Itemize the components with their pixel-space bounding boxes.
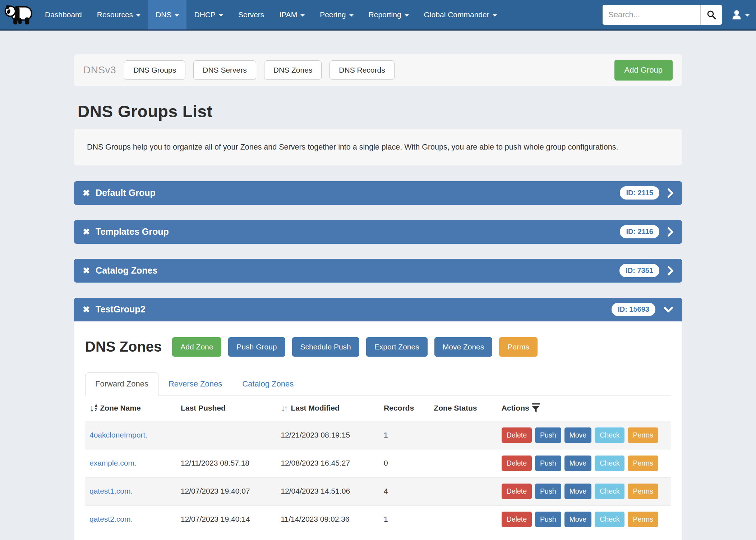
last-modified-cell: 12/21/2023 08:19:15 xyxy=(276,421,379,449)
zone-tab[interactable]: Reverse Zones xyxy=(158,372,232,395)
remove-group-icon[interactable]: ✖ xyxy=(83,189,90,197)
row-action-button[interactable]: Perms xyxy=(628,427,658,443)
search-button[interactable] xyxy=(700,5,722,25)
nav-item[interactable]: Servers xyxy=(231,0,272,29)
zone-status-cell xyxy=(429,421,497,449)
chevron-right-icon[interactable] xyxy=(667,188,673,198)
nav-item[interactable]: IPAM xyxy=(272,0,312,29)
zone-tab[interactable]: Forward Zones xyxy=(85,372,158,395)
col-last-modified[interactable]: ↓↑ Last Modified xyxy=(276,395,379,421)
sort-alpha-icon[interactable]: ↓ AZ xyxy=(89,404,97,413)
group-panel: DNS Zones Add Zone Push Group Schedule P… xyxy=(74,321,682,540)
row-action-button[interactable]: Check xyxy=(595,512,624,527)
row-action-button[interactable]: Delete xyxy=(502,456,532,471)
remove-group-icon[interactable]: ✖ xyxy=(83,228,90,236)
group-id-badge: ID: 7351 xyxy=(619,264,659,277)
zones-table: ↓ AZ Zone Name Last Pushed ↓↑ xyxy=(85,395,671,533)
row-action-button[interactable]: Move xyxy=(564,484,592,499)
col-records[interactable]: Records xyxy=(379,395,429,421)
toolbar-nav-button[interactable]: DNS Records xyxy=(329,60,394,80)
nav-item-label: Reporting xyxy=(369,10,401,19)
chevron-right-icon[interactable] xyxy=(667,266,673,276)
group-bar[interactable]: ✖ Default Group ID: 2115 xyxy=(74,181,682,205)
caret-down-icon xyxy=(493,14,497,17)
col-zone-name[interactable]: ↓ AZ Zone Name xyxy=(85,395,176,421)
toolbar-nav-button[interactable]: DNS Servers xyxy=(193,60,256,80)
records-cell: 4 xyxy=(379,477,429,505)
row-action-button[interactable]: Move xyxy=(564,456,592,471)
row-action-button[interactable]: Perms xyxy=(628,484,658,499)
toolbar-nav-button[interactable]: DNS Zones xyxy=(264,60,322,80)
nav-item-label: IPAM xyxy=(279,10,297,19)
row-actions: Delete Push Move Check Perms xyxy=(502,456,667,471)
nav-item[interactable]: Reporting xyxy=(361,0,416,29)
nav-item-label: Dashboard xyxy=(45,10,82,19)
last-modified-cell: 12/08/2023 16:45:27 xyxy=(276,449,379,477)
records-cell: 1 xyxy=(379,421,429,449)
zone-name-link[interactable]: qatest1.com. xyxy=(89,487,133,495)
col-last-pushed[interactable]: Last Pushed xyxy=(176,395,276,421)
nav-item[interactable]: DNS xyxy=(148,0,186,29)
user-menu[interactable] xyxy=(731,9,750,20)
caret-down-icon xyxy=(405,14,409,17)
nav-item[interactable]: Peering xyxy=(312,0,361,29)
panel-action-button[interactable]: Schedule Push xyxy=(292,337,359,357)
remove-group-icon[interactable]: ✖ xyxy=(83,266,90,275)
add-group-button[interactable]: Add Group xyxy=(614,60,673,81)
panel-action-button[interactable]: Push Group xyxy=(228,337,285,357)
zones-table-body: 4oakcloneImport. 12/21/2023 08:19:15 1 D… xyxy=(85,421,671,533)
remove-group-icon[interactable]: ✖ xyxy=(83,305,90,314)
chevron-right-icon[interactable] xyxy=(667,227,673,237)
row-action-button[interactable]: Move xyxy=(564,512,592,527)
nav-item[interactable]: Dashboard xyxy=(37,0,89,29)
col-zone-status[interactable]: Zone Status xyxy=(429,395,497,421)
group-bar[interactable]: ✖ Templates Group ID: 2116 xyxy=(74,220,682,244)
panel-action-button[interactable]: Export Zones xyxy=(366,337,428,357)
sort-updown-icon[interactable]: ↓↑ xyxy=(281,403,287,413)
top-navbar: Dashboard Resources DNS DHCP Servers xyxy=(0,0,756,31)
page-description: DNS Groups help you to organize all of y… xyxy=(74,129,682,165)
last-pushed-cell: 12/07/2023 19:40:14 xyxy=(176,505,276,533)
last-pushed-cell: 12/07/2023 19:40:07 xyxy=(176,477,276,505)
row-action-button[interactable]: Check xyxy=(595,427,624,443)
panda-logo[interactable] xyxy=(0,0,37,29)
row-action-button[interactable]: Delete xyxy=(502,512,532,527)
group-bar[interactable]: ✖ TestGroup2 ID: 15693 xyxy=(74,298,682,321)
row-action-button[interactable]: Delete xyxy=(502,484,532,499)
group-name: Catalog Zones xyxy=(96,265,157,276)
main-nav: Dashboard Resources DNS DHCP Servers xyxy=(37,0,504,29)
filter-icon[interactable] xyxy=(532,403,540,413)
nav-item-label: DNS xyxy=(156,10,171,19)
zone-name-link[interactable]: qatest2.com. xyxy=(89,515,133,523)
zone-name-link[interactable]: 4oakcloneImport. xyxy=(89,431,147,439)
row-action-button[interactable]: Delete xyxy=(502,427,532,443)
search-input[interactable] xyxy=(603,5,700,25)
row-action-button[interactable]: Perms xyxy=(628,512,658,527)
caret-down-icon xyxy=(349,14,354,17)
row-action-button[interactable]: Check xyxy=(595,456,624,471)
zone-tab[interactable]: Catalog Zones xyxy=(232,372,304,395)
dnsv3-brand: DNSv3 xyxy=(83,64,116,76)
caret-down-icon xyxy=(136,14,140,17)
nav-item[interactable]: Resources xyxy=(89,0,148,29)
row-action-button[interactable]: Move xyxy=(564,427,592,443)
row-action-button[interactable]: Check xyxy=(595,484,624,499)
chevron-down-icon[interactable] xyxy=(663,306,673,312)
col-actions[interactable]: Actions xyxy=(497,395,671,421)
zone-name-link[interactable]: example.com. xyxy=(89,459,137,467)
search-icon xyxy=(707,10,716,19)
panel-action-button[interactable]: Add Zone xyxy=(172,337,221,357)
group-name: Default Group xyxy=(96,188,156,198)
row-action-button[interactable]: Push xyxy=(535,484,561,499)
toolbar-nav-button[interactable]: DNS Groups xyxy=(124,60,185,80)
row-action-button[interactable]: Push xyxy=(535,456,561,471)
nav-item[interactable]: DHCP xyxy=(186,0,231,29)
row-action-button[interactable]: Push xyxy=(535,512,561,527)
panel-action-button[interactable]: Move Zones xyxy=(434,337,493,357)
group-bar[interactable]: ✖ Catalog Zones ID: 7351 xyxy=(74,259,682,283)
row-action-button[interactable]: Push xyxy=(535,427,561,443)
nav-item[interactable]: Global Commander xyxy=(416,0,504,29)
row-action-button[interactable]: Perms xyxy=(628,456,658,471)
panel-action-button[interactable]: Perms xyxy=(499,337,538,357)
dnsv3-toolbar: DNSv3 DNS Groups DNS Servers DNS Zones D… xyxy=(74,54,682,86)
